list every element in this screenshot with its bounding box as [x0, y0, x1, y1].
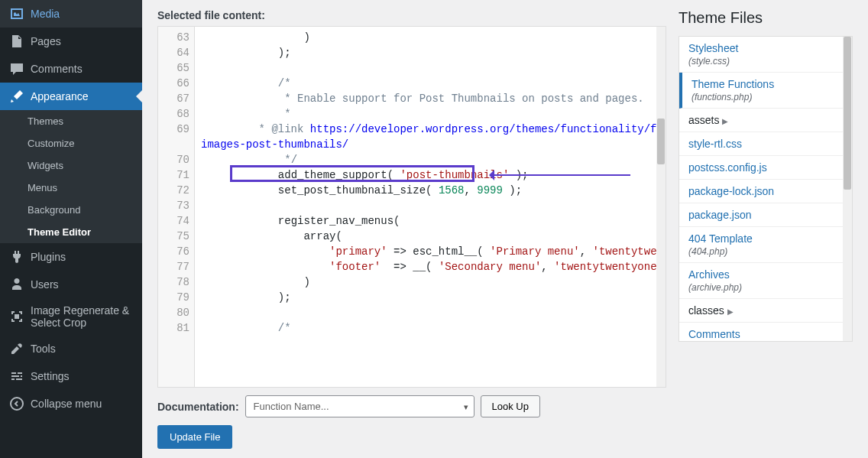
file-item[interactable]: Archives(archive.php)	[679, 263, 852, 299]
brush-icon	[9, 89, 24, 104]
collapse-icon	[9, 396, 24, 411]
code-editor[interactable]: 63646566676869707172737475767778798081 )…	[157, 26, 666, 388]
file-label: Stylesheet	[688, 42, 843, 54]
line-gutter: 63646566676869707172737475767778798081	[158, 27, 195, 387]
documentation-row: Documentation: Function Name... ▾ Look U…	[157, 395, 853, 417]
code-line[interactable]: );	[201, 45, 666, 60]
code-line[interactable]: array(	[201, 229, 666, 244]
menu-item-plug[interactable]: Plugins	[0, 243, 142, 271]
main-content: Selected file content: 63646566676869707…	[142, 0, 868, 458]
theme-files-list[interactable]: Stylesheet(style.css)Theme Functions(fun…	[679, 36, 853, 342]
menu-label: Collapse menu	[31, 398, 102, 410]
users-icon	[9, 277, 24, 292]
code-line[interactable]	[201, 198, 666, 213]
function-select[interactable]: Function Name...	[245, 395, 474, 417]
chevron-right-icon: ▶	[727, 307, 734, 316]
code-line[interactable]: * @link https://developer.wordpress.org/…	[201, 122, 666, 137]
editor-scrollbar[interactable]	[656, 27, 666, 387]
menu-item-comment[interactable]: Comments	[0, 55, 142, 83]
menu-item-brush[interactable]: Appearance	[0, 83, 142, 110]
file-item[interactable]: 404 Template(404.php)	[679, 227, 852, 263]
submenu-item[interactable]: Customize	[0, 132, 142, 154]
code-line[interactable]: */	[201, 152, 666, 167]
menu-item-page[interactable]: Pages	[0, 28, 142, 55]
code-line[interactable]	[201, 60, 666, 76]
menu-item-users[interactable]: Users	[0, 271, 142, 298]
menu-label: Comments	[31, 63, 83, 75]
file-label: package.json	[688, 209, 843, 221]
submenu-item[interactable]: Widgets	[0, 154, 142, 177]
code-line[interactable]: )	[201, 30, 666, 45]
wrench-icon	[9, 341, 24, 356]
code-line[interactable]: register_nav_menus(	[201, 213, 666, 229]
code-line[interactable]: 'footer' => __( 'Secondary menu', 'twent…	[201, 259, 666, 274]
menu-label: Image Regenerate & Select Crop	[31, 304, 133, 329]
menu-item-collapse[interactable]: Collapse menu	[0, 390, 142, 417]
code-area[interactable]: ) ); /* * Enable support for Post Thumbn…	[195, 27, 666, 387]
menu-item-wrench[interactable]: Tools	[0, 335, 142, 362]
code-line[interactable]: );	[201, 290, 666, 305]
theme-files-title: Theme Files	[679, 9, 853, 27]
folder-item[interactable]: classes▶	[679, 299, 852, 323]
file-item[interactable]: Stylesheet(style.css)	[679, 37, 852, 73]
menu-label: Users	[31, 278, 59, 291]
code-line[interactable]: *	[201, 106, 666, 122]
file-label: assets▶	[688, 114, 843, 126]
file-label: style-rtl.css	[688, 138, 843, 150]
svg-point-0	[11, 398, 23, 410]
files-scrollbar[interactable]	[843, 37, 852, 341]
code-line[interactable]: /*	[201, 320, 666, 336]
file-item[interactable]: Comments	[679, 323, 852, 342]
file-sublabel: (functions.php)	[691, 92, 843, 102]
menu-label: Settings	[31, 370, 70, 382]
code-line[interactable]: 'primary' => esc_html__( 'Primary menu',…	[201, 244, 666, 259]
menu-label: Tools	[31, 343, 56, 355]
file-item[interactable]: Theme Functions(functions.php)	[679, 73, 852, 109]
file-sublabel: (style.css)	[688, 56, 843, 67]
media-icon	[9, 6, 24, 21]
chevron-right-icon: ▶	[722, 117, 728, 125]
file-label: 404 Template	[688, 232, 843, 245]
menu-label: Pages	[31, 35, 61, 47]
theme-files-panel: Theme Files Stylesheet(style.css)Theme F…	[679, 9, 853, 388]
file-label: classes▶	[688, 304, 843, 317]
file-label: postcss.config.js	[688, 161, 843, 174]
selected-file-label: Selected file content:	[157, 9, 666, 21]
file-item[interactable]: package.json	[679, 203, 852, 227]
code-line[interactable]: )	[201, 274, 666, 290]
menu-item-sliders[interactable]: Settings	[0, 362, 142, 390]
code-line[interactable]	[201, 305, 666, 320]
menu-item-image-crop[interactable]: Image Regenerate & Select Crop	[0, 298, 142, 335]
code-line[interactable]: images-post-thumbnails/	[201, 137, 666, 152]
code-line[interactable]: /*	[201, 76, 666, 91]
highlight-arrow	[493, 174, 630, 176]
file-label: Comments	[688, 328, 843, 340]
image-crop-icon	[9, 309, 24, 324]
submenu-item[interactable]: Themes	[0, 110, 142, 132]
submenu-item[interactable]: Menus	[0, 177, 142, 199]
menu-label: Media	[31, 8, 60, 20]
page-icon	[9, 34, 24, 49]
submenu-item[interactable]: Theme Editor	[0, 221, 142, 243]
plug-icon	[9, 249, 24, 265]
lookup-button[interactable]: Look Up	[481, 395, 540, 417]
file-label: Theme Functions	[691, 78, 843, 90]
file-item[interactable]: postcss.config.js	[679, 156, 852, 180]
comment-icon	[9, 61, 24, 76]
folder-item[interactable]: assets▶	[679, 109, 852, 132]
file-sublabel: (404.php)	[688, 246, 843, 257]
appearance-submenu: ThemesCustomizeWidgetsMenusBackgroundThe…	[0, 110, 142, 243]
submenu-item[interactable]: Background	[0, 199, 142, 221]
menu-item-media[interactable]: Media	[0, 0, 142, 28]
file-sublabel: (archive.php)	[688, 282, 843, 293]
file-item[interactable]: style-rtl.css	[679, 132, 852, 156]
menu-label: Plugins	[31, 251, 66, 263]
file-item[interactable]: package-lock.json	[679, 180, 852, 203]
admin-sidebar: MediaPagesCommentsAppearanceThemesCustom…	[0, 0, 142, 458]
code-line[interactable]: * Enable support for Post Thumbnails on …	[201, 91, 666, 106]
file-label: Archives	[688, 268, 843, 281]
file-label: package-lock.json	[688, 185, 843, 197]
update-file-button[interactable]: Update File	[157, 425, 232, 449]
sliders-icon	[9, 369, 24, 384]
code-line[interactable]: set_post_thumbnail_size( 1568, 9999 );	[201, 183, 666, 198]
